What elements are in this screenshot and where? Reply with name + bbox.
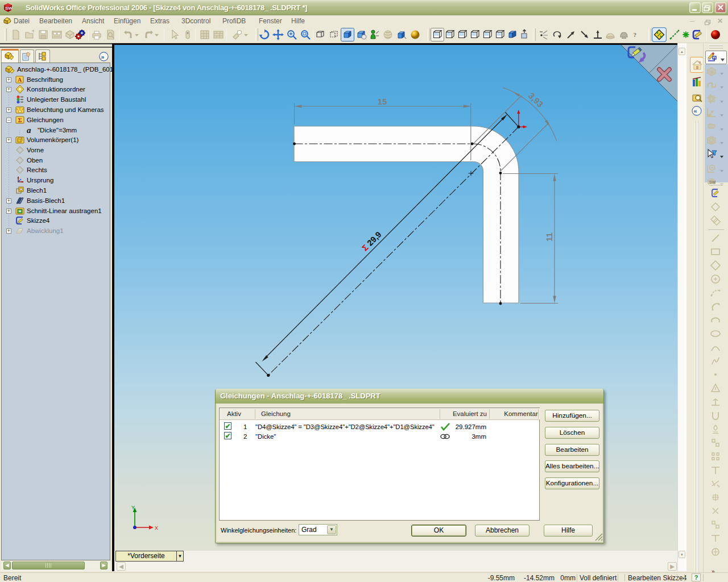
- svg-text:SW: SW: [5, 6, 13, 11]
- svg-text:A: A: [18, 77, 22, 83]
- svg-text:15: 15: [378, 97, 387, 106]
- svg-text:?: ?: [634, 31, 637, 38]
- svg-text:X: X: [155, 525, 158, 531]
- svg-text:Σ29,9: Σ29,9: [360, 230, 383, 252]
- svg-text:Σ: Σ: [18, 117, 22, 123]
- svg-text:«: «: [694, 107, 697, 114]
- svg-text:»: »: [101, 53, 105, 60]
- svg-text:3,93: 3,93: [527, 90, 545, 109]
- svg-text:Y: Y: [131, 505, 135, 510]
- svg-text:SW: SW: [709, 180, 716, 184]
- svg-text:11: 11: [544, 232, 554, 242]
- svg-text:a: a: [27, 126, 31, 135]
